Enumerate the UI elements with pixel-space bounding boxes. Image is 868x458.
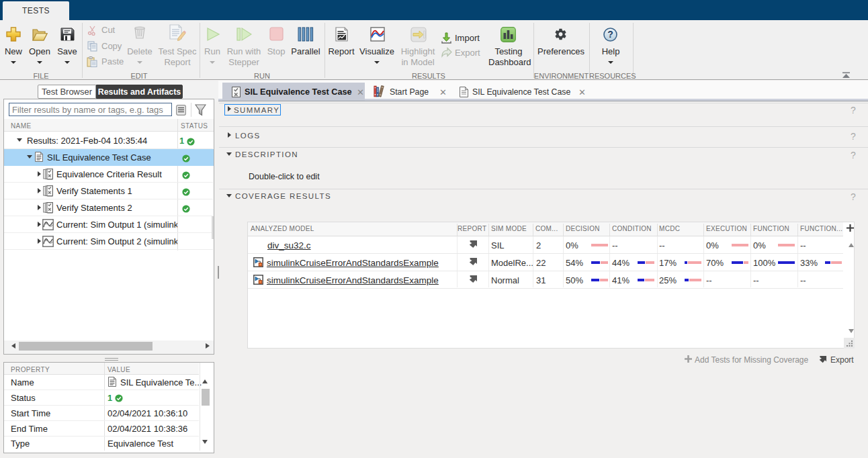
svg-text:?: ? [607, 29, 613, 40]
